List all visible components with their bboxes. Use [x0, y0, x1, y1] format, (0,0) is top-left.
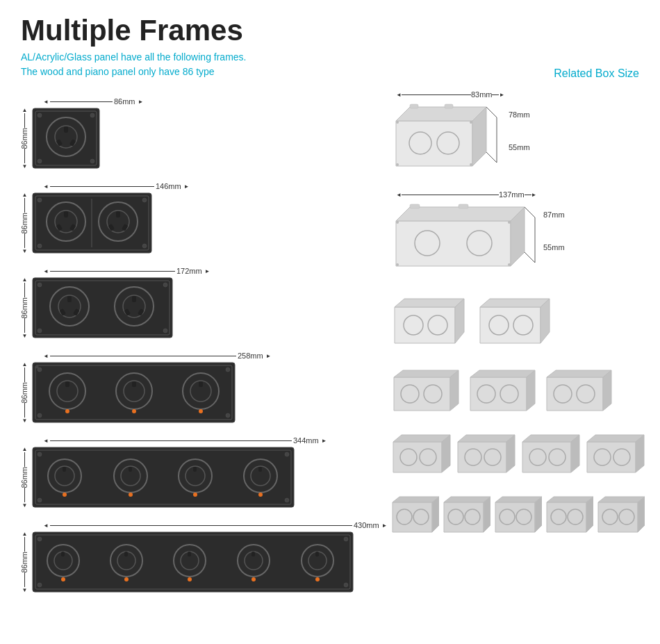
frame-row-1: ◄ 86mm ► ▲ 86mm ▼: [21, 97, 361, 170]
svg-point-84: [285, 498, 289, 502]
svg-rect-44: [33, 363, 235, 422]
svg-point-102: [251, 577, 256, 581]
svg-rect-20: [116, 211, 120, 217]
svg-marker-186: [432, 497, 439, 532]
box-svg-6e: [595, 492, 645, 540]
svg-point-72: [129, 493, 133, 497]
box-row-6: [389, 492, 653, 540]
svg-point-62: [199, 409, 203, 413]
box-svg-2: [389, 200, 542, 276]
svg-rect-55: [199, 381, 203, 387]
svg-rect-134: [410, 204, 420, 208]
svg-point-25: [142, 198, 147, 202]
svg-marker-111: [396, 121, 472, 166]
svg-marker-141: [455, 299, 464, 343]
svg-point-59: [226, 413, 230, 418]
box-row-1: ◄ 83mm ►: [389, 90, 653, 176]
svg-point-110: [344, 583, 348, 587]
svg-point-108: [344, 537, 348, 541]
svg-rect-28: [33, 278, 172, 338]
svg-rect-63: [33, 447, 294, 507]
box-svg-5d: [583, 429, 645, 481]
svg-marker-196: [535, 497, 542, 532]
svg-marker-145: [480, 299, 550, 307]
svg-point-119: [470, 163, 472, 166]
svg-marker-206: [638, 497, 645, 532]
svg-marker-150: [394, 370, 459, 377]
box-svg-5c: [518, 429, 581, 481]
box-svg-5a: [389, 429, 452, 481]
svg-marker-176: [571, 435, 579, 472]
svg-marker-195: [495, 497, 542, 502]
svg-marker-170: [458, 435, 515, 442]
box-svg-6c: [492, 492, 542, 540]
svg-point-83: [38, 498, 42, 502]
svg-marker-140: [395, 299, 464, 307]
svg-rect-67: [63, 467, 66, 472]
svg-point-26: [38, 244, 42, 248]
frame-row-3: ◄ 172mm ► ▲ 86mm ▼: [21, 267, 361, 339]
box-svg-6d: [543, 492, 593, 540]
svg-marker-126: [396, 207, 525, 221]
box-svg-3b: [475, 290, 554, 353]
svg-marker-205: [598, 497, 645, 502]
svg-rect-121: [445, 104, 453, 108]
svg-marker-171: [506, 435, 515, 472]
svg-marker-190: [444, 497, 490, 502]
svg-point-58: [38, 413, 42, 418]
frame-svg-6: [31, 531, 354, 593]
svg-point-109: [38, 583, 42, 587]
svg-rect-93: [124, 552, 128, 556]
svg-marker-185: [393, 497, 439, 502]
svg-point-116: [396, 121, 399, 124]
svg-point-56: [38, 368, 42, 372]
svg-rect-89: [61, 552, 65, 556]
svg-marker-156: [527, 370, 535, 411]
frame-svg-4: [31, 361, 236, 424]
frame-svg-5: [31, 446, 295, 509]
box-svg-3a: [389, 290, 469, 353]
svg-point-42: [38, 329, 42, 333]
frames-section: ◄ 86mm ► ▲ 86mm ▼: [21, 97, 361, 606]
frame-svg-1: [31, 107, 101, 170]
frame-svg-3: [31, 276, 174, 339]
svg-line-123: [486, 152, 497, 163]
svg-point-118: [396, 163, 399, 166]
svg-point-133: [508, 263, 511, 266]
svg-point-9: [38, 159, 42, 163]
svg-rect-120: [410, 104, 418, 108]
svg-marker-155: [470, 370, 535, 377]
svg-marker-112: [396, 107, 486, 121]
svg-line-122: [486, 107, 497, 117]
svg-rect-105: [315, 552, 319, 556]
box-svg-6b: [440, 492, 490, 540]
svg-marker-200: [547, 497, 593, 502]
svg-point-41: [163, 283, 167, 287]
frame-row-4: ◄ 258mm ► ▲ 86mm ▼: [21, 352, 361, 424]
svg-point-24: [38, 198, 42, 202]
svg-marker-125: [396, 221, 511, 266]
frame-row-5: ◄ 344mm ► ▲ 86mm ▼: [21, 436, 361, 509]
frame-row-6: ◄ 430mm ► ▲ 86mm ▼: [21, 521, 361, 593]
svg-point-132: [396, 263, 399, 266]
svg-rect-37: [132, 296, 136, 302]
svg-point-68: [63, 493, 67, 497]
svg-rect-75: [193, 467, 197, 472]
svg-marker-181: [636, 435, 644, 472]
svg-point-107: [38, 537, 42, 541]
svg-rect-71: [129, 467, 132, 472]
page-title: Multiple Frames: [21, 14, 660, 47]
svg-marker-166: [442, 435, 450, 472]
svg-point-80: [258, 493, 263, 497]
box2-height-dim: 55mm: [543, 243, 565, 251]
box-row-5: [389, 429, 653, 481]
svg-point-130: [396, 221, 399, 224]
box-svg-4c: [542, 363, 615, 419]
svg-point-43: [163, 329, 167, 333]
svg-marker-160: [547, 370, 611, 377]
box1-height-dim: 55mm: [509, 143, 530, 151]
svg-marker-191: [484, 497, 490, 532]
svg-rect-15: [64, 211, 68, 217]
svg-rect-79: [258, 467, 262, 472]
svg-marker-180: [587, 435, 644, 442]
